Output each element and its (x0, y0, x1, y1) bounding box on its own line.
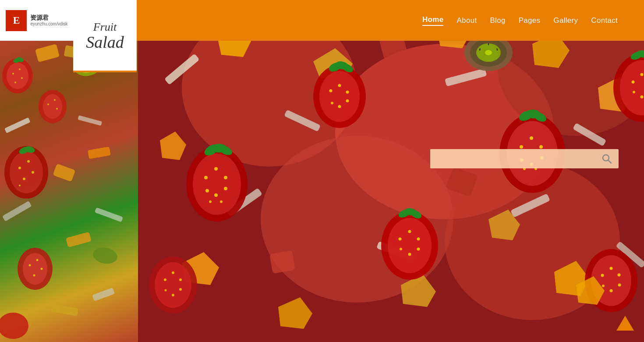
svg-point-69 (485, 50, 492, 55)
nav-item-pages[interactable]: Pages (519, 16, 541, 25)
search-bar[interactable] (430, 149, 619, 168)
svg-point-22 (27, 160, 30, 163)
svg-point-146 (610, 289, 613, 292)
svg-point-78 (224, 187, 227, 190)
scroll-top-icon (614, 312, 636, 334)
svg-point-113 (408, 230, 411, 233)
svg-point-16 (56, 108, 58, 110)
svg-point-101 (539, 145, 543, 149)
svg-point-36 (41, 268, 43, 270)
svg-point-3 (19, 68, 21, 70)
svg-point-35 (36, 259, 39, 261)
svg-point-136 (633, 91, 635, 93)
svg-point-117 (400, 248, 402, 250)
svg-point-100 (530, 136, 533, 140)
scroll-top-button[interactable] (614, 312, 636, 334)
fruit-salad-branding: Fruit Salad (73, 0, 137, 72)
svg-point-127 (172, 294, 174, 296)
svg-point-76 (214, 167, 218, 171)
svg-point-112 (399, 238, 402, 241)
salad-label: Salad (86, 34, 124, 50)
svg-point-80 (205, 189, 209, 192)
search-button[interactable] (600, 152, 613, 165)
svg-point-24 (23, 178, 25, 180)
nav-item-about[interactable]: About (456, 16, 477, 25)
svg-point-40 (0, 313, 28, 339)
svg-point-145 (618, 284, 621, 287)
logo-icon: E (6, 10, 27, 31)
svg-point-20 (10, 151, 43, 193)
svg-point-124 (172, 271, 174, 274)
svg-point-88 (329, 89, 333, 93)
svg-point-4 (21, 77, 23, 79)
svg-point-13 (43, 94, 62, 119)
svg-point-122 (155, 262, 191, 308)
svg-point-143 (610, 267, 613, 270)
svg-rect-41 (51, 304, 78, 316)
svg-point-147 (602, 285, 605, 287)
svg-point-77 (224, 176, 227, 179)
svg-line-155 (609, 160, 612, 164)
svg-rect-29 (88, 146, 111, 159)
svg-point-23 (32, 171, 34, 174)
nav-item-home[interactable]: Home (422, 15, 443, 26)
search-input[interactable] (435, 155, 600, 163)
logo-sub-text: eyunzhu.com/vdisk (30, 21, 67, 27)
svg-point-123 (164, 278, 166, 281)
hero-section (138, 0, 644, 342)
nav-item-contact[interactable]: Contact (591, 16, 618, 25)
fruit-label: Fruit (93, 20, 117, 34)
search-icon (602, 154, 612, 164)
svg-point-14 (47, 103, 49, 105)
svg-point-74 (193, 153, 241, 215)
svg-point-91 (346, 100, 349, 103)
svg-point-116 (408, 253, 411, 256)
svg-rect-28 (53, 164, 75, 182)
header: E 资源君 eyunzhu.com/vdisk Fruit Salad Home… (0, 0, 644, 41)
nav-item-blog[interactable]: Blog (490, 16, 505, 25)
svg-point-115 (417, 248, 420, 251)
svg-point-126 (179, 288, 182, 291)
svg-rect-8 (35, 44, 60, 62)
logo-text-block: 资源君 eyunzhu.com/vdisk (30, 14, 67, 27)
svg-point-79 (214, 193, 218, 197)
svg-point-125 (179, 278, 182, 281)
svg-point-75 (204, 176, 208, 179)
left-background (0, 41, 138, 342)
svg-point-33 (23, 253, 47, 285)
svg-point-135 (640, 96, 644, 99)
main-nav: Home About Blog Pages Gallery Contact (422, 15, 644, 26)
svg-point-87 (319, 71, 360, 122)
svg-point-128 (165, 289, 167, 292)
svg-rect-38 (66, 232, 92, 247)
svg-point-114 (417, 238, 420, 241)
svg-point-5 (14, 82, 16, 83)
nav-item-gallery[interactable]: Gallery (553, 16, 578, 25)
logo-inner: E 资源君 eyunzhu.com/vdisk (6, 10, 67, 31)
svg-rect-42 (92, 288, 115, 301)
svg-point-144 (618, 274, 621, 277)
svg-point-15 (54, 99, 56, 101)
svg-point-111 (388, 218, 432, 273)
svg-point-39 (92, 246, 118, 265)
svg-rect-30 (2, 201, 32, 221)
svg-point-92 (338, 105, 341, 108)
svg-point-21 (18, 167, 21, 169)
svg-rect-31 (95, 207, 123, 222)
fruit-background-svg (138, 0, 644, 342)
left-fruit-svg (0, 41, 138, 342)
svg-point-1 (7, 63, 28, 89)
logo-main-text: 资源君 (30, 14, 67, 21)
svg-point-99 (520, 145, 523, 149)
svg-point-82 (220, 200, 223, 203)
svg-point-142 (601, 274, 604, 277)
svg-rect-17 (4, 118, 30, 133)
svg-marker-158 (617, 317, 633, 331)
svg-rect-18 (78, 115, 102, 126)
left-bg-fruit-texture (0, 41, 138, 342)
svg-point-89 (338, 84, 341, 87)
svg-point-131 (632, 81, 635, 84)
svg-point-93 (331, 102, 333, 104)
svg-point-81 (209, 200, 212, 203)
svg-point-90 (346, 91, 349, 94)
